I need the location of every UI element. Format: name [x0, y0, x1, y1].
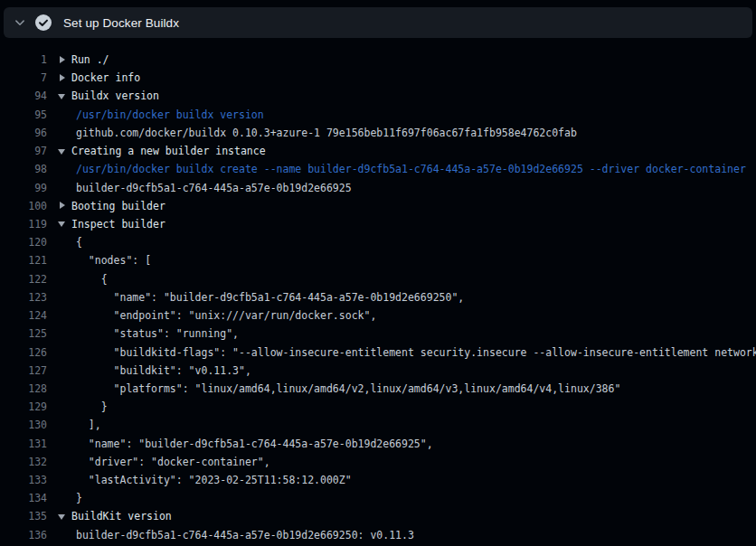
- log-line-body: Creating a new builder instance: [58, 142, 756, 160]
- log-line-body: }: [58, 398, 756, 416]
- log-group-row[interactable]: 97Creating a new builder instance: [0, 142, 756, 160]
- log-line-row: 99builder-d9cfb5a1-c764-445a-a57e-0b19d2…: [0, 179, 756, 197]
- line-number-link[interactable]: 97: [0, 142, 47, 160]
- collapse-triangle-icon[interactable]: [58, 146, 71, 156]
- line-number-link[interactable]: 126: [0, 344, 47, 362]
- log-line-row: 128 "platforms": "linux/amd64,linux/amd6…: [0, 380, 756, 398]
- line-number-link[interactable]: 1: [0, 51, 47, 69]
- output-text: {: [76, 236, 82, 249]
- collapse-triangle-icon[interactable]: [58, 218, 71, 229]
- line-number-link[interactable]: 100: [0, 197, 47, 215]
- log-line-row: 121 "nodes": [: [0, 251, 756, 269]
- line-number-link[interactable]: 125: [0, 325, 47, 343]
- line-number-link[interactable]: 131: [0, 435, 47, 453]
- log-line-row: 95/usr/bin/docker buildx version: [0, 106, 756, 124]
- log-line-body: "driver": "docker-container",: [58, 453, 756, 471]
- log-line-body: Docker info: [58, 69, 756, 87]
- log-line-body: /usr/bin/docker buildx create --name bui…: [58, 160, 756, 178]
- output-text: "endpoint": "unix:///var/run/docker.sock…: [76, 309, 376, 322]
- output-text: "lastActivity": "2023-02-25T11:58:12.000…: [76, 474, 352, 486]
- log-group-row[interactable]: 94Buildx version: [0, 87, 756, 105]
- log-line-row: 127 "buildkit": "v0.11.3",: [0, 362, 756, 380]
- line-number-link[interactable]: 122: [0, 270, 47, 288]
- log-line-row: 122 {: [0, 270, 756, 288]
- line-number-link[interactable]: 95: [0, 106, 47, 124]
- log-line-body: "endpoint": "unix:///var/run/docker.sock…: [58, 306, 756, 325]
- log-line-body: BuildKit version: [58, 507, 756, 525]
- log-line-body: "lastActivity": "2023-02-25T11:58:12.000…: [58, 471, 756, 489]
- log-line-body: "name": "builder-d9cfb5a1-c764-445a-a57e…: [58, 288, 756, 306]
- log-line-body: Buildx version: [58, 87, 756, 105]
- command-text: /usr/bin/docker buildx create --name bui…: [76, 163, 746, 175]
- line-number-link[interactable]: 124: [0, 306, 47, 325]
- check-circle-icon: [35, 14, 52, 31]
- line-number-link[interactable]: 129: [0, 398, 47, 416]
- line-number-link[interactable]: 120: [0, 233, 47, 251]
- log-line-body: builder-d9cfb5a1-c764-445a-a57e-0b19d2e6…: [58, 526, 756, 544]
- line-number-link[interactable]: 123: [0, 288, 47, 306]
- line-number-link[interactable]: 135: [0, 507, 47, 525]
- log-line-row: 132 "driver": "docker-container",: [0, 453, 756, 471]
- log-line-body: github.com/docker/buildx 0.10.3+azure-1 …: [58, 124, 756, 142]
- group-title: Creating a new builder instance: [71, 145, 266, 157]
- output-text: "status": "running",: [76, 327, 239, 340]
- output-text: ],: [76, 419, 101, 431]
- line-number-link[interactable]: 133: [0, 471, 47, 489]
- output-text: "buildkit": "v0.11.3",: [76, 364, 251, 377]
- expand-triangle-icon[interactable]: [58, 200, 71, 211]
- line-number-link[interactable]: 99: [0, 179, 47, 197]
- log-line-body: "buildkit": "v0.11.3",: [58, 362, 756, 380]
- log-line-body: Inspect builder: [58, 215, 756, 233]
- output-text: }: [76, 492, 82, 504]
- expand-triangle-icon[interactable]: [58, 54, 71, 65]
- line-number-link[interactable]: 136: [0, 526, 47, 544]
- output-text: builder-d9cfb5a1-c764-445a-a57e-0b19d2e6…: [76, 182, 352, 194]
- log-line-row: 123 "name": "builder-d9cfb5a1-c764-445a-…: [0, 288, 756, 306]
- log-group-row[interactable]: 135BuildKit version: [0, 507, 756, 525]
- output-text: "nodes": [: [76, 254, 151, 267]
- step-header[interactable]: Set up Docker Buildx: [4, 7, 752, 38]
- log-line-row: 130 ],: [0, 416, 756, 434]
- line-number-link[interactable]: 96: [0, 124, 47, 142]
- output-text: "name": "builder-d9cfb5a1-c764-445a-a57e…: [76, 438, 433, 450]
- log-line-row: 136builder-d9cfb5a1-c764-445a-a57e-0b19d…: [0, 526, 756, 544]
- log-line-body: Booting builder: [58, 197, 756, 215]
- log-line-row: 125 "status": "running",: [0, 325, 756, 343]
- log-output: 1Run ./7Docker info94Buildx version95/us…: [0, 38, 756, 546]
- line-number-link[interactable]: 132: [0, 453, 47, 471]
- line-number-link[interactable]: 121: [0, 251, 47, 269]
- log-line-row: 120{: [0, 233, 756, 251]
- log-group-row[interactable]: 100Booting builder: [0, 197, 756, 215]
- log-line-body: "nodes": [: [58, 251, 756, 269]
- line-number-link[interactable]: 94: [0, 87, 47, 105]
- log-group-row[interactable]: 119Inspect builder: [0, 215, 756, 233]
- log-line-row: 126 "buildkitd-flags": "--allow-insecure…: [0, 344, 756, 362]
- line-number-link[interactable]: 127: [0, 362, 47, 380]
- line-number-link[interactable]: 130: [0, 416, 47, 434]
- log-line-body: /usr/bin/docker buildx version: [58, 106, 756, 124]
- line-number-link[interactable]: 128: [0, 380, 47, 398]
- output-text: {: [76, 273, 108, 286]
- output-text: builder-d9cfb5a1-c764-445a-a57e-0b19d2e6…: [76, 529, 414, 541]
- collapse-triangle-icon[interactable]: [58, 511, 71, 522]
- collapse-triangle-icon[interactable]: [58, 90, 71, 101]
- line-number-link[interactable]: 7: [0, 69, 47, 87]
- log-group-row[interactable]: 7Docker info: [0, 69, 756, 87]
- chevron-down-icon[interactable]: [14, 17, 25, 28]
- expand-triangle-icon[interactable]: [58, 72, 71, 83]
- log-line-body: ],: [58, 416, 756, 434]
- output-text: github.com/docker/buildx 0.10.3+azure-1 …: [76, 127, 577, 139]
- log-line-body: }: [58, 489, 756, 507]
- log-line-row: 96github.com/docker/buildx 0.10.3+azure-…: [0, 124, 756, 142]
- line-number-link[interactable]: 134: [0, 489, 47, 507]
- log-group-row[interactable]: 1Run ./: [0, 51, 756, 69]
- group-title: Docker info: [71, 71, 140, 84]
- group-title: BuildKit version: [71, 510, 172, 522]
- output-text: }: [76, 400, 108, 413]
- log-line-row: 134}: [0, 489, 756, 507]
- line-number-link[interactable]: 98: [0, 160, 47, 178]
- line-number-link[interactable]: 119: [0, 215, 47, 233]
- log-line-body: {: [58, 270, 756, 288]
- log-line-body: "name": "builder-d9cfb5a1-c764-445a-a57e…: [58, 435, 756, 453]
- log-line-row: 129 }: [0, 398, 756, 416]
